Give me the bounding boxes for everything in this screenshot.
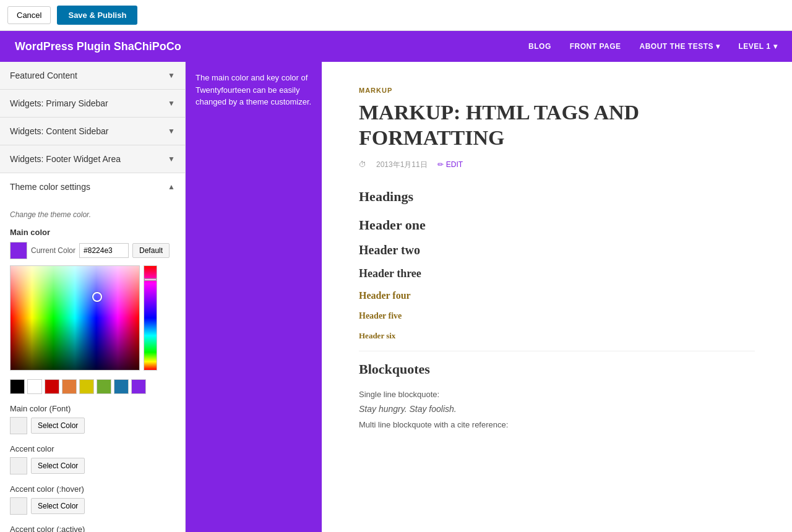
blockquotes-section: Blockquotes Single line blockquote: Stay… xyxy=(359,361,755,429)
header-five: Header five xyxy=(359,311,755,321)
banner-area: The main color and key color of Twentyfo… xyxy=(186,62,322,532)
accent-color-row: Select Color xyxy=(10,457,175,474)
article-date-row: ⏱ 2013年1月11日 ✏ EDIT xyxy=(359,160,755,170)
theme-color-content: Change the theme color. Main color Curre… xyxy=(0,200,185,532)
divider xyxy=(359,351,755,351)
main-color-font-field: Main color (Font) Select Color xyxy=(10,404,175,434)
nav-item-blog[interactable]: BLOG xyxy=(528,42,551,51)
chevron-down-icon: ▼ xyxy=(168,155,175,163)
color-gradient-canvas[interactable] xyxy=(10,265,140,371)
clock-icon: ⏱ xyxy=(359,160,366,169)
section-widgets-footer: Widgets: Footer Widget Area ▼ xyxy=(0,145,185,173)
blockquote-intro: Single line blockquote: xyxy=(359,390,755,399)
save-publish-button[interactable]: Save & Publish xyxy=(57,6,137,25)
accent-hover-field: Accent color (:hover) Select Color xyxy=(10,484,175,515)
section-label: Widgets: Footer Widget Area xyxy=(10,154,121,164)
swatch-blue[interactable] xyxy=(114,379,129,394)
header-six: Header six xyxy=(359,331,755,341)
main-color-input-row: Current Color Default xyxy=(10,242,175,259)
edit-label: EDIT xyxy=(446,160,463,169)
main-color-font-select-button[interactable]: Select Color xyxy=(31,418,85,434)
swatch-white[interactable] xyxy=(27,379,42,394)
accent-color-swatch[interactable] xyxy=(10,457,27,474)
chevron-down-icon: ▼ xyxy=(168,99,175,108)
main-color-label: Main color xyxy=(10,228,175,237)
blockquote-text: Stay hungry. Stay foolish. xyxy=(359,404,755,414)
swatch-purple[interactable] xyxy=(131,379,146,394)
main-color-font-row: Select Color xyxy=(10,417,175,434)
cancel-button[interactable]: Cancel xyxy=(7,6,51,24)
chevron-down-icon xyxy=(773,42,778,51)
swatch-green[interactable] xyxy=(97,379,111,394)
section-theme-color-header[interactable]: Theme color settings ▲ xyxy=(0,173,185,200)
article-date: 2013年1月11日 xyxy=(376,160,428,170)
section-label: Theme color settings xyxy=(10,182,90,192)
banner-text: The main color and key color of Twentyfo… xyxy=(196,72,312,108)
color-picker[interactable] xyxy=(10,265,175,371)
section-label: Featured Content xyxy=(10,71,77,80)
wp-navigation: BLOG FRONT PAGE ABOUT THE TESTS LEVEL 1 xyxy=(528,42,777,51)
header-one: Header one xyxy=(359,217,755,233)
color-spectrum-black-overlay xyxy=(11,318,139,370)
main-color-font-label: Main color (Font) xyxy=(10,404,175,413)
section-label: Widgets: Primary Sidebar xyxy=(10,98,108,108)
chevron-down-icon: ▼ xyxy=(168,127,175,135)
chevron-down-icon xyxy=(716,42,720,51)
accent-hover-select-button[interactable]: Select Color xyxy=(31,498,85,514)
preset-swatches xyxy=(10,379,175,394)
content-wrapper: The main color and key color of Twentyfo… xyxy=(186,62,792,532)
main-color-font-swatch[interactable] xyxy=(10,417,27,434)
blockquote-cite: Multi line blockquote with a cite refere… xyxy=(359,420,755,429)
site-title: WordPress Plugin ShaChiPoCo xyxy=(15,40,181,53)
accent-hover-row: Select Color xyxy=(10,497,175,515)
header-four: Header four xyxy=(359,290,755,301)
section-featured-content: Featured Content ▼ xyxy=(0,62,185,90)
swatch-orange[interactable] xyxy=(62,379,77,394)
hue-slider-handle xyxy=(144,278,157,281)
accent-hover-swatch[interactable] xyxy=(10,497,27,515)
edit-link[interactable]: ✏ EDIT xyxy=(437,160,463,169)
headings-section: Headings xyxy=(359,189,755,205)
accent-color-select-button[interactable]: Select Color xyxy=(31,458,85,474)
section-widgets-primary-header[interactable]: Widgets: Primary Sidebar ▼ xyxy=(0,90,185,117)
hue-slider[interactable] xyxy=(144,265,157,371)
section-theme-color: Theme color settings ▲ Change the theme … xyxy=(0,173,185,532)
article-title: MARKUP: HTML TAGS AND FORMATTING xyxy=(359,100,755,151)
top-bar: Cancel Save & Publish xyxy=(0,0,792,31)
nav-item-frontpage[interactable]: FRONT PAGE xyxy=(570,42,621,51)
color-spectrum-white-overlay xyxy=(11,266,139,318)
wp-nav-header: WordPress Plugin ShaChiPoCo BLOG FRONT P… xyxy=(0,31,792,62)
blockquotes-title: Blockquotes xyxy=(359,361,755,377)
chevron-down-icon: ▼ xyxy=(168,71,175,80)
swatch-red[interactable] xyxy=(45,379,59,394)
nav-item-level1[interactable]: LEVEL 1 xyxy=(739,42,777,51)
header-two: Header two xyxy=(359,243,755,257)
main-color-swatch[interactable] xyxy=(10,242,27,259)
section-label: Widgets: Content Sidebar xyxy=(10,126,109,136)
preview-area: MARKUP MARKUP: HTML TAGS AND FORMATTING … xyxy=(322,62,792,532)
main-layout: Featured Content ▼ Widgets: Primary Side… xyxy=(0,62,792,532)
chevron-up-icon: ▲ xyxy=(168,182,175,191)
accent-color-field: Accent color Select Color xyxy=(10,444,175,474)
theme-hint: Change the theme color. xyxy=(10,210,175,219)
section-widgets-content: Widgets: Content Sidebar ▼ xyxy=(0,118,185,145)
section-widgets-primary: Widgets: Primary Sidebar ▼ xyxy=(0,90,185,118)
section-featured-content-header[interactable]: Featured Content ▼ xyxy=(0,62,185,89)
default-button[interactable]: Default xyxy=(132,243,170,258)
section-widgets-footer-header[interactable]: Widgets: Footer Widget Area ▼ xyxy=(0,145,185,173)
accent-active-field: Accent color (:active) Select Color xyxy=(10,525,175,532)
pencil-icon: ✏ xyxy=(437,160,444,169)
swatch-black[interactable] xyxy=(10,379,25,394)
header-three: Header three xyxy=(359,267,755,280)
swatch-yellow[interactable] xyxy=(79,379,94,394)
accent-active-label: Accent color (:active) xyxy=(10,525,175,532)
nav-item-about[interactable]: ABOUT THE TESTS xyxy=(640,42,720,51)
article-meta: MARKUP xyxy=(359,87,755,94)
accent-hover-label: Accent color (:hover) xyxy=(10,484,175,494)
section-widgets-content-header[interactable]: Widgets: Content Sidebar ▼ xyxy=(0,118,185,145)
accent-color-label: Accent color xyxy=(10,444,175,453)
color-hex-input[interactable] xyxy=(79,243,129,258)
current-color-label: Current Color xyxy=(31,246,75,255)
customizer-sidebar: Featured Content ▼ Widgets: Primary Side… xyxy=(0,62,186,532)
